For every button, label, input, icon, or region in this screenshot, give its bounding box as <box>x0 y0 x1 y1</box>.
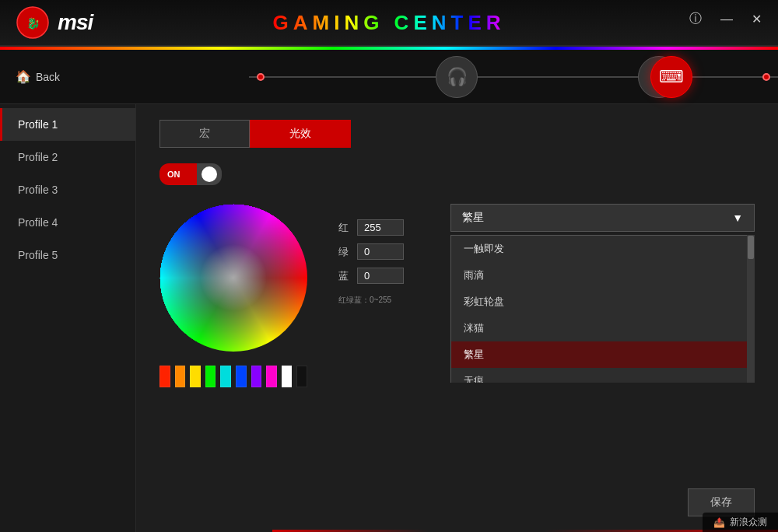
dropdown-chevron-icon: ▼ <box>732 212 743 224</box>
effect-list-item-2[interactable]: 彩虹轮盘 <box>451 289 754 315</box>
headset-icon: 🎧 <box>447 67 468 87</box>
brand-icon: 📤 <box>713 517 725 528</box>
color-wheel[interactable] <box>159 204 307 352</box>
dropdown-section: 繁星 ▼ 一触即发雨滴彩虹轮盘洣猫繁星无痕 <box>450 204 755 383</box>
effect-dropdown[interactable]: 繁星 ▼ <box>450 204 755 232</box>
keyboard-icon: ⌨ <box>659 67 684 87</box>
msi-logo-icon: 🐉 <box>16 5 50 40</box>
red-input[interactable] <box>357 219 404 236</box>
color-swatch-8[interactable] <box>282 366 293 387</box>
scrollbar-thumb[interactable] <box>748 236 754 259</box>
device-dot-right <box>762 73 770 81</box>
green-input[interactable] <box>357 243 404 260</box>
sidebar: Profile 1 Profile 2 Profile 3 Profile 4 … <box>0 104 136 532</box>
content-area: 宏 光效 ON 红 <box>136 104 778 532</box>
color-swatch-9[interactable] <box>296 366 307 387</box>
rgb-hint: 红绿蓝：0~255 <box>338 295 404 306</box>
effect-list-item-1[interactable]: 雨滴 <box>451 262 754 289</box>
sidebar-item-profile4[interactable]: Profile 4 <box>0 206 135 239</box>
scrollbar[interactable] <box>747 235 755 383</box>
back-icon: 🏠 <box>16 69 31 84</box>
effect-list-item-4[interactable]: 繁星 <box>451 341 754 368</box>
device-line <box>249 76 778 78</box>
window-controls: ⓘ — ✕ <box>685 9 766 29</box>
color-swatch-3[interactable] <box>205 366 216 387</box>
minimize-button[interactable]: — <box>717 11 737 28</box>
nav-bar: 🏠 Back 🎧 🖱 ⌨ <box>0 50 778 104</box>
tab-macro[interactable]: 宏 <box>159 120 250 148</box>
color-swatch-1[interactable] <box>175 366 186 387</box>
sidebar-item-profile3[interactable]: Profile 3 <box>0 173 135 206</box>
toggle-label: ON <box>167 170 180 179</box>
green-label: 绿 <box>338 245 351 259</box>
red-label: 红 <box>338 221 351 235</box>
blue-input[interactable] <box>357 268 404 284</box>
logo-area: 🐉 msi <box>0 5 93 40</box>
tab-bar: 宏 光效 <box>159 120 755 148</box>
toggle-container: ON <box>159 163 755 188</box>
color-section: 红 绿 蓝 红绿蓝：0~255 繁星 ▼ <box>159 204 755 383</box>
red-row: 红 <box>338 219 404 236</box>
effect-selected-label: 繁星 <box>462 211 484 225</box>
sidebar-item-profile1[interactable]: Profile 1 <box>0 108 135 141</box>
on-off-toggle[interactable]: ON <box>159 163 222 185</box>
brand-text: 新浪众测 <box>730 516 767 529</box>
effect-list-item-3[interactable]: 洣猫 <box>451 315 754 341</box>
keyboard-device-node[interactable]: ⌨ <box>650 56 692 98</box>
color-swatches <box>159 366 307 387</box>
color-swatch-6[interactable] <box>251 366 262 387</box>
msi-brand-text: msi <box>58 10 93 35</box>
info-button[interactable]: ⓘ <box>685 9 706 29</box>
app-title: GAMING CENTER <box>273 11 506 35</box>
effect-list: 一触即发雨滴彩虹轮盘洣猫繁星无痕 <box>450 235 755 383</box>
toggle-knob <box>202 166 217 182</box>
svg-text:🐉: 🐉 <box>26 17 40 30</box>
main-layout: Profile 1 Profile 2 Profile 3 Profile 4 … <box>0 104 778 532</box>
color-swatch-7[interactable] <box>266 366 277 387</box>
headset-device-node[interactable]: 🎧 <box>436 56 478 98</box>
device-nav: 🎧 🖱 ⌨ <box>93 50 778 104</box>
blue-row: 蓝 <box>338 268 404 284</box>
effect-list-wrapper: 一触即发雨滴彩虹轮盘洣猫繁星无痕 <box>450 235 755 383</box>
tab-light[interactable]: 光效 <box>250 120 351 148</box>
color-swatch-4[interactable] <box>220 366 231 387</box>
close-button[interactable]: ✕ <box>748 10 766 28</box>
blue-label: 蓝 <box>338 269 351 283</box>
titlebar: 🐉 msi GAMING CENTER ⓘ — ✕ <box>0 0 778 47</box>
effect-list-item-0[interactable]: 一触即发 <box>451 236 754 262</box>
rgb-values: 红 绿 蓝 红绿蓝：0~255 <box>338 219 404 306</box>
sidebar-item-profile5[interactable]: Profile 5 <box>0 239 135 271</box>
color-swatch-0[interactable] <box>159 366 170 387</box>
sidebar-item-profile2[interactable]: Profile 2 <box>0 141 135 173</box>
color-swatch-2[interactable] <box>190 366 201 387</box>
back-label: Back <box>36 71 60 83</box>
device-dot-left <box>257 73 265 81</box>
green-row: 绿 <box>338 243 404 260</box>
color-swatch-5[interactable] <box>236 366 247 387</box>
color-wheel-container <box>159 204 307 352</box>
effect-list-item-5[interactable]: 无痕 <box>451 368 754 383</box>
bottom-branding: 📤 新浪众测 <box>703 513 778 532</box>
back-button[interactable]: 🏠 Back <box>0 69 93 84</box>
